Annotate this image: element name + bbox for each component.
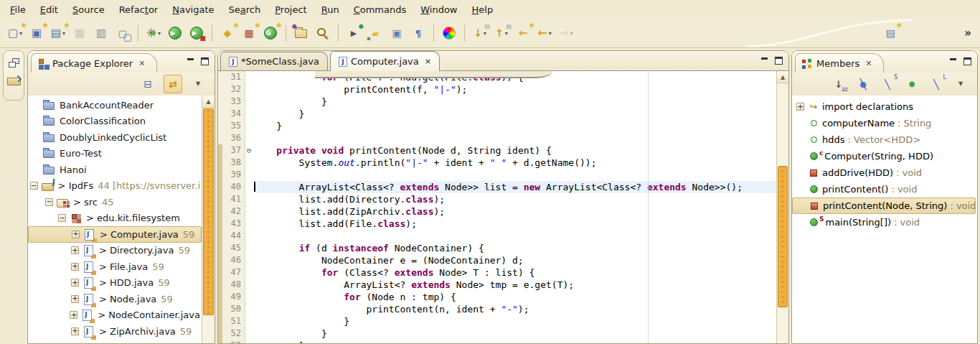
code-line[interactable]: 47 for (Class<? extends Node> T : list) … bbox=[218, 266, 776, 279]
code-line[interactable]: 33 } bbox=[218, 96, 776, 108]
tree-item[interactable]: +> HDD.java59 bbox=[28, 275, 202, 292]
code-line[interactable]: 45 if (d instanceof NodeContainer) { bbox=[218, 242, 776, 254]
menu-file[interactable]: File bbox=[3, 2, 33, 17]
code-line[interactable]: 43 list.add(File.class); bbox=[218, 218, 776, 230]
code-line[interactable]: 50 printContent(n, ident + "-"); bbox=[218, 303, 776, 315]
maximize-view-button[interactable] bbox=[961, 57, 973, 67]
minimize-view-button[interactable] bbox=[184, 57, 196, 67]
menu-source[interactable]: Source bbox=[65, 2, 112, 17]
code-line[interactable]: 53 } bbox=[218, 340, 776, 344]
maximize-editor-button[interactable] bbox=[773, 57, 784, 66]
tree-item[interactable]: +> File.java59 bbox=[28, 259, 202, 275]
code-line[interactable]: 44 bbox=[218, 230, 776, 242]
run-button[interactable]: ▶▾ bbox=[166, 24, 184, 42]
code-line[interactable]: 52 } bbox=[218, 327, 776, 340]
code-line[interactable]: 35 } bbox=[218, 120, 776, 132]
hide-local-types-button[interactable]: ╲L bbox=[928, 75, 945, 93]
back-button[interactable]: ←▾ bbox=[536, 24, 553, 42]
new-package-button[interactable]: ▦★ bbox=[240, 24, 258, 42]
next-annotation-button[interactable]: ↓▤▾ bbox=[471, 24, 489, 42]
menu-navigate[interactable]: Navigate bbox=[165, 2, 221, 17]
minimize-editor-button[interactable] bbox=[758, 57, 770, 66]
code-line[interactable]: 32 printContent(f, "|-"); bbox=[218, 83, 776, 96]
toolbar-overflow-chevron[interactable]: » bbox=[964, 27, 971, 39]
member-item[interactable]: printContent(): void bbox=[792, 181, 976, 197]
tree-item[interactable]: +> Computer.java59 bbox=[28, 226, 202, 243]
mark-occurrences-button[interactable]: ▣ bbox=[388, 24, 405, 42]
open-resource-button[interactable]: ● bbox=[293, 24, 310, 42]
code-line[interactable]: 42 list.add(ZipArchiv.class); bbox=[218, 205, 776, 218]
code-line[interactable]: 48 ArrayList<? extends Node> tmp = e.get… bbox=[218, 279, 776, 291]
color-palette-button[interactable]: ▾ bbox=[440, 24, 458, 42]
search-button[interactable]: ▾ bbox=[314, 24, 331, 42]
code-line[interactable]: 39 bbox=[218, 169, 776, 181]
scrollbar-thumb[interactable] bbox=[778, 166, 788, 307]
code-line[interactable]: 34 } bbox=[218, 108, 776, 120]
tree-expander[interactable]: − bbox=[58, 214, 66, 222]
maximize-view-button[interactable] bbox=[199, 57, 210, 67]
editor-tab-someclass-java[interactable]: *SomeClass.java bbox=[220, 52, 328, 70]
code-editor[interactable]: 31 for (File f : hdd.get(File.class)) {3… bbox=[218, 71, 776, 343]
editor-scrollbar[interactable] bbox=[776, 71, 788, 343]
tree-item[interactable]: +> NodeContainer.java bbox=[28, 307, 202, 324]
new-project-button[interactable]: ▣★ bbox=[28, 24, 45, 42]
tree-item[interactable]: −> edu.kit.filesystem bbox=[28, 210, 202, 227]
menu-refactor[interactable]: Refactor bbox=[112, 2, 166, 17]
tree-expander[interactable]: − bbox=[45, 198, 53, 206]
code-line[interactable]: 51 } bbox=[218, 315, 776, 327]
code-line[interactable]: 36 bbox=[218, 132, 776, 144]
tree-item[interactable]: −> IpdFs44 [https://svnserver.i bbox=[28, 178, 202, 195]
scroll-up-arrow-icon[interactable] bbox=[777, 71, 788, 83]
menu-commands[interactable]: Commands bbox=[347, 2, 414, 17]
new-wizard-button[interactable]: ▢★▾ bbox=[6, 24, 24, 42]
package-explorer-scrollbar[interactable] bbox=[202, 96, 215, 343]
external-tools-button[interactable]: ▶■▾ bbox=[188, 24, 205, 42]
tree-item[interactable]: Euro-Test bbox=[28, 146, 202, 162]
tree-item[interactable]: +> ZipArchiv.java59 bbox=[28, 323, 202, 340]
new-class-button[interactable]: G★▾ bbox=[262, 24, 279, 42]
new-editor-button[interactable]: ▤★ bbox=[882, 24, 899, 42]
close-view-icon[interactable] bbox=[138, 59, 145, 68]
view-menu-button[interactable]: ▼ bbox=[952, 75, 969, 93]
tree-item[interactable]: +> Node.java59 bbox=[28, 291, 202, 307]
member-item[interactable]: addDrive(HDD): void bbox=[792, 164, 976, 181]
member-item[interactable]: printContent(Node, String): void bbox=[792, 197, 976, 214]
member-item[interactable]: +import declarations bbox=[792, 98, 976, 115]
tree-item[interactable]: −> src45 bbox=[28, 194, 202, 210]
debug-button[interactable]: ✳●▾ bbox=[145, 24, 162, 42]
tree-expander[interactable]: − bbox=[30, 182, 38, 190]
tree-item[interactable]: BankAccountReader bbox=[28, 97, 202, 113]
tree-expander[interactable]: + bbox=[72, 231, 80, 238]
member-item[interactable]: hdds: Vector<HDD> bbox=[792, 131, 976, 148]
code-line[interactable]: 38 System.out.println("|-" + ident + " "… bbox=[218, 157, 776, 169]
menu-project[interactable]: Project bbox=[268, 2, 314, 17]
view-menu-button[interactable]: ▼ bbox=[189, 75, 207, 93]
show-whitespace-button[interactable]: ¶ bbox=[410, 24, 427, 42]
scroll-up-arrow-icon[interactable] bbox=[202, 96, 215, 108]
highlighter-button[interactable]: ▰▪ bbox=[367, 24, 384, 42]
link-with-editor-button[interactable]: ⇄ bbox=[164, 75, 182, 93]
tree-expander[interactable]: + bbox=[71, 295, 79, 303]
scrollbar-thumb[interactable] bbox=[203, 108, 214, 315]
tree-item[interactable]: DoublyLinkedCyclicList bbox=[28, 129, 202, 146]
tree-expander[interactable]: + bbox=[71, 263, 79, 271]
tree-item[interactable]: ColorClassification bbox=[28, 113, 202, 130]
new-view-button[interactable]: ▤★▾ bbox=[50, 24, 67, 42]
fold-collapse-icon[interactable]: ⊖ bbox=[244, 144, 254, 157]
minimize-view-button[interactable] bbox=[947, 57, 958, 67]
restore-view-icon[interactable] bbox=[9, 58, 19, 68]
member-item[interactable]: Smain(String[]): void bbox=[792, 214, 976, 231]
hide-static-button[interactable]: ╲S bbox=[879, 75, 896, 93]
collapse-all-button[interactable]: ⊟ bbox=[139, 75, 156, 93]
menu-help[interactable]: Help bbox=[465, 2, 501, 17]
previous-annotation-button[interactable]: ↑▤▾ bbox=[493, 24, 510, 42]
open-resource-icon[interactable] bbox=[7, 75, 21, 85]
editor-tab-computer-java[interactable]: Computer.java× bbox=[330, 51, 440, 71]
tree-expander[interactable]: + bbox=[70, 311, 77, 319]
code-line[interactable]: 46 NodeContainer e = (NodeContainer) d; bbox=[218, 254, 776, 266]
menu-edit[interactable]: Edit bbox=[33, 2, 65, 17]
package-explorer-title-tab[interactable]: Package Explorer bbox=[31, 53, 157, 73]
menu-window[interactable]: Window bbox=[413, 2, 464, 17]
menu-run[interactable]: Run bbox=[314, 2, 347, 17]
last-edit-location-button[interactable]: ←★ bbox=[514, 24, 532, 42]
